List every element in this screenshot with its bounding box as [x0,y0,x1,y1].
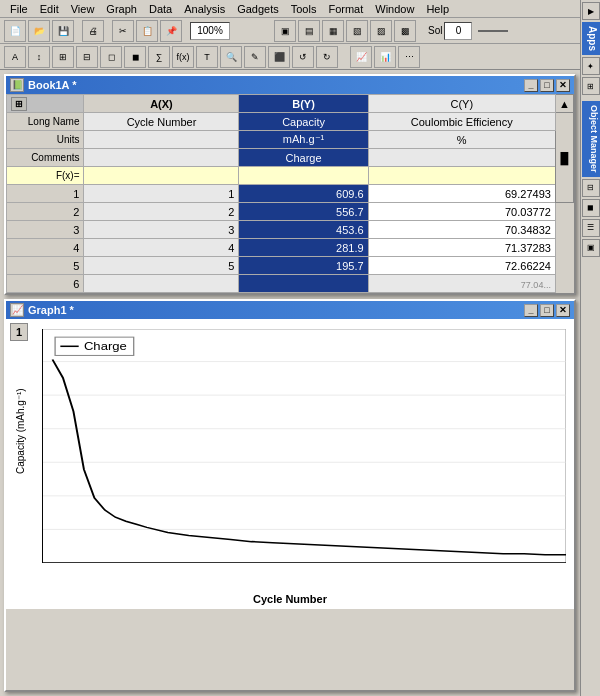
graph-minimize[interactable]: _ [524,304,538,317]
row-4-a[interactable]: 4 [84,239,239,257]
corner-header: ⊞ [7,95,84,113]
row-1-b[interactable]: 609.6 [239,185,368,203]
row-3-c[interactable]: 70.34832 [368,221,555,239]
tb-r2-scatter[interactable]: ⋯ [398,46,420,68]
book-minimize[interactable]: _ [524,79,538,92]
menu-view[interactable]: View [65,1,101,17]
tb-r2-3[interactable]: ⊞ [52,46,74,68]
book-title-bar[interactable]: 📗 Book1A * _ □ ✕ [6,76,574,94]
col-a-longname[interactable]: Cycle Number [84,113,239,131]
tb-r2-9[interactable]: T [196,46,218,68]
apps-label[interactable]: Apps [582,22,600,55]
obj-label[interactable]: Object Manager [582,101,600,177]
menu-edit[interactable]: Edit [34,1,65,17]
row-1-c[interactable]: 69.27493 [368,185,555,203]
side-btn-7[interactable]: ▣ [582,239,600,257]
row-5-a[interactable]: 5 [84,257,239,275]
col-c-units[interactable]: % [368,131,555,149]
tb4[interactable]: ▧ [346,20,368,42]
save-btn[interactable]: 💾 [52,20,74,42]
row-2-b[interactable]: 556.7 [239,203,368,221]
line-value[interactable]: 0 [444,22,472,40]
table-row: 3 3 453.6 70.34832 [7,221,574,239]
col-a-header[interactable]: A(X) [84,95,239,113]
menu-analysis[interactable]: Analysis [178,1,231,17]
menu-tools[interactable]: Tools [285,1,323,17]
copy-btn[interactable]: 📋 [136,20,158,42]
side-btn-3[interactable]: ⊞ [582,77,600,95]
comments-label: Comments [7,149,84,167]
open-btn[interactable]: 📂 [28,20,50,42]
paste-btn[interactable]: 📌 [160,20,182,42]
tb3[interactable]: ▦ [322,20,344,42]
svg-text:Charge: Charge [84,341,127,352]
tb-r2-1[interactable]: A [4,46,26,68]
tb-r2-10[interactable]: 🔍 [220,46,242,68]
col-a-fx[interactable] [84,167,239,185]
col-b-header[interactable]: B(Y) [239,95,368,113]
col-b-units[interactable]: mAh.g⁻¹ [239,131,368,149]
col-a-comments[interactable] [84,149,239,167]
side-btn-2[interactable]: ✦ [582,57,600,75]
side-btn-5[interactable]: ◼ [582,199,600,217]
row-6-b[interactable] [239,275,368,293]
scroll-thumb[interactable]: █ [555,113,573,203]
col-c-comments[interactable] [368,149,555,167]
row-6-c[interactable]: 77.04... [368,275,555,293]
row-2-a[interactable]: 2 [84,203,239,221]
menu-help[interactable]: Help [420,1,455,17]
row-4-c[interactable]: 71.37283 [368,239,555,257]
graph-maximize[interactable]: □ [540,304,554,317]
col-a-units[interactable] [84,131,239,149]
side-btn-4[interactable]: ⊟ [582,179,600,197]
row-6-a[interactable] [84,275,239,293]
row-2-c[interactable]: 70.03772 [368,203,555,221]
col-b-longname[interactable]: Capacity [239,113,368,131]
row-1-header: 1 [7,185,84,203]
row-3-b[interactable]: 453.6 [239,221,368,239]
row-3-a[interactable]: 3 [84,221,239,239]
zoom-input[interactable]: 100% [190,22,230,40]
col-c-fx[interactable] [368,167,555,185]
menu-file[interactable]: File [4,1,34,17]
tb-r2-4[interactable]: ⊟ [76,46,98,68]
side-btn-6[interactable]: ☰ [582,219,600,237]
menu-window[interactable]: Window [369,1,420,17]
tb-r2-6[interactable]: ◼ [124,46,146,68]
tb-r2-14[interactable]: ↻ [316,46,338,68]
menu-graph[interactable]: Graph [100,1,143,17]
print-btn[interactable]: 🖨 [82,20,104,42]
col-b-fx[interactable] [239,167,368,185]
menu-format[interactable]: Format [322,1,369,17]
col-c-header[interactable]: C(Y) [368,95,555,113]
tb5[interactable]: ▨ [370,20,392,42]
tb-r2-11[interactable]: ✎ [244,46,266,68]
menu-gadgets[interactable]: Gadgets [231,1,285,17]
scroll-top[interactable]: ▲ [555,95,573,113]
book-maximize[interactable]: □ [540,79,554,92]
tb-r2-5[interactable]: ◻ [100,46,122,68]
tb-r2-7[interactable]: ∑ [148,46,170,68]
col-b-comments[interactable]: Charge [239,149,368,167]
row-4-b[interactable]: 281.9 [239,239,368,257]
book-close[interactable]: ✕ [556,79,570,92]
cut-btn[interactable]: ✂ [112,20,134,42]
tb-r2-bar[interactable]: 📊 [374,46,396,68]
tb-r2-12[interactable]: ⬛ [268,46,290,68]
col-c-longname[interactable]: Coulombic Efficiency [368,113,555,131]
tb1[interactable]: ▣ [274,20,296,42]
graph-title-bar[interactable]: 📈 Graph1 * _ □ ✕ [6,301,574,319]
tb-r2-13[interactable]: ↺ [292,46,314,68]
menu-data[interactable]: Data [143,1,178,17]
tb-r2-2[interactable]: ↕ [28,46,50,68]
side-btn-1[interactable]: ▶ [582,2,600,20]
tb-r2-graph[interactable]: 📈 [350,46,372,68]
tb2[interactable]: ▤ [298,20,320,42]
tb-r2-8[interactable]: f(x) [172,46,194,68]
row-5-c[interactable]: 72.66224 [368,257,555,275]
row-5-b[interactable]: 195.7 [239,257,368,275]
graph-close[interactable]: ✕ [556,304,570,317]
new-btn[interactable]: 📄 [4,20,26,42]
tb6[interactable]: ▩ [394,20,416,42]
row-1-a[interactable]: 1 [84,185,239,203]
